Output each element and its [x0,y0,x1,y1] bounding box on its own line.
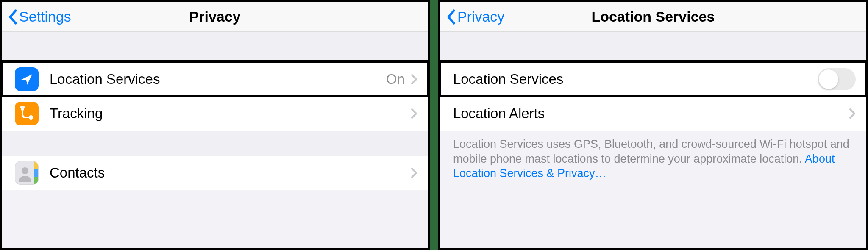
back-label: Settings [19,8,71,25]
location-arrow-icon [15,67,39,91]
privacy-panel: Settings Privacy Location Services On [0,0,430,250]
toggle-knob [819,69,838,89]
chevron-right-icon [411,74,417,85]
footer-description: Location Services uses GPS, Bluetooth, a… [453,138,849,165]
contacts-icon [15,161,39,185]
row-label: Location Services [453,71,818,87]
svg-point-1 [29,117,33,120]
chevron-left-icon [446,9,456,25]
location-services-panel: Privacy Location Services Location Servi… [438,0,868,250]
row-label: Location Alerts [453,106,849,122]
section-gap [2,32,428,61]
panel-separator [430,0,438,250]
chevron-right-icon [849,108,856,119]
row-tracking[interactable]: Tracking [2,96,428,131]
back-button[interactable]: Settings [2,8,71,25]
tracking-icon [15,102,39,125]
row-location-alerts[interactable]: Location Alerts [440,96,866,131]
row-value: On [386,71,405,87]
row-label: Tracking [50,106,411,122]
navbar: Settings Privacy [2,2,428,32]
row-location-services[interactable]: Location Services On [2,61,428,96]
svg-point-2 [22,167,28,174]
navbar: Privacy Location Services [440,2,866,32]
back-label: Privacy [457,8,504,25]
back-button[interactable]: Privacy [440,8,504,25]
row-label: Contacts [50,165,411,181]
row-location-services-toggle[interactable]: Location Services [440,61,866,96]
settings-list-2: Contacts [2,156,428,190]
row-contacts[interactable]: Contacts [2,156,428,190]
location-services-toggle[interactable] [818,68,856,90]
chevron-left-icon [8,9,17,25]
svg-point-0 [21,107,24,111]
section-gap [2,131,428,156]
section-gap [440,32,866,61]
footer-text: Location Services uses GPS, Bluetooth, a… [440,131,866,186]
chevron-right-icon [411,108,417,119]
settings-list: Location Services On Tracking [2,61,428,131]
row-label: Location Services [50,71,386,87]
location-list: Location Services Location Alerts [440,61,866,131]
chevron-right-icon [411,167,417,178]
